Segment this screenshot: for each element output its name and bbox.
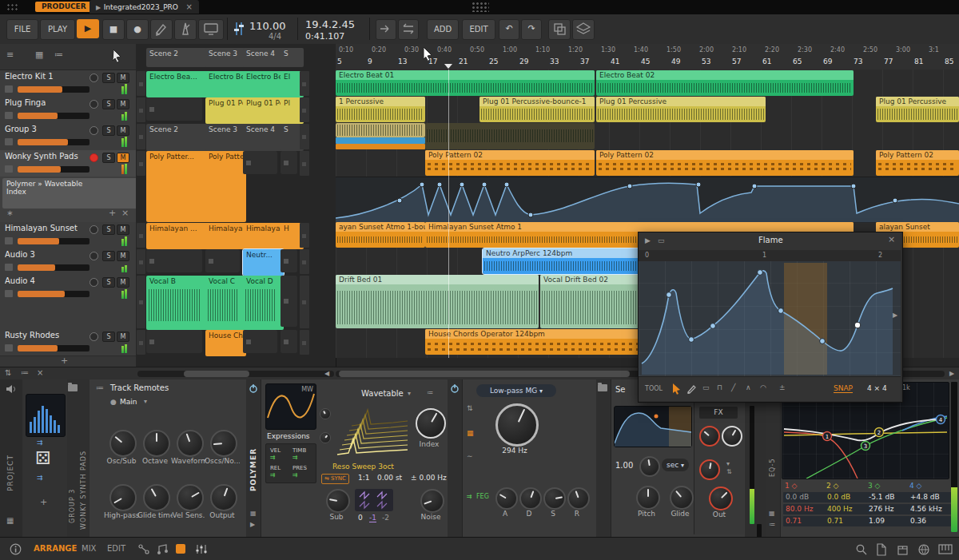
band-header[interactable]: 4 ◇ [909, 482, 922, 490]
flame-editor-panel[interactable]: ▶ ▭ Flame × 0 1 2 ▶ TOOL [638, 232, 903, 403]
empty-clip-slot[interactable] [281, 151, 297, 174]
scene-stop-cell[interactable] [300, 124, 309, 149]
polymer-grid-icon[interactable]: ▦ [250, 510, 257, 517]
arranger-clip[interactable]: Electro Beat 01 [336, 70, 595, 96]
probability-display[interactable] [26, 394, 66, 437]
wavetable-caret-icon[interactable]: ▾ [408, 391, 411, 397]
tab-close-icon[interactable]: × [185, 2, 192, 11]
arrange-tab[interactable]: ARRANGE [34, 544, 77, 553]
solo-button[interactable]: S [102, 153, 115, 163]
fx-knob-red2[interactable] [699, 459, 720, 480]
scene-stop-cell[interactable] [300, 97, 309, 122]
volume-fader[interactable] [18, 166, 90, 173]
wavetable-preset-name[interactable]: Reso Sweep 3oct [332, 463, 394, 471]
band-gain[interactable]: 0.0 dB [825, 492, 868, 502]
wavetable-display[interactable] [332, 403, 412, 463]
empty-clip-slot[interactable] [243, 330, 277, 353]
eq-point-4[interactable]: 4 [939, 417, 943, 423]
arranger-clip[interactable]: Poly Pattern 02 [596, 150, 854, 176]
envelope-time-knob[interactable] [639, 456, 660, 477]
fx-updown-icon[interactable]: ⇅ [726, 469, 732, 475]
eq5-lines-icon[interactable]: ≔ [769, 522, 775, 528]
solo-button[interactable]: S [102, 277, 115, 288]
package-icon[interactable] [897, 543, 909, 556]
feg-label[interactable]: FEG [476, 493, 489, 500]
edit-tab[interactable]: EDIT [107, 544, 125, 553]
fx-knob-white[interactable] [722, 426, 742, 447]
cutoff-knob[interactable] [495, 403, 539, 447]
octave-minus1[interactable]: -1 [369, 514, 376, 522]
band-header[interactable]: 1 ◇ [785, 482, 798, 490]
track-row[interactable]: Group 3 S M [0, 123, 136, 151]
curve-shape-icon[interactable]: ◠ [760, 384, 766, 391]
decay-knob[interactable] [519, 487, 542, 510]
scene-stop-cell[interactable] [300, 223, 309, 248]
add-device-icon[interactable]: + [109, 209, 116, 217]
arranger-clip[interactable]: Poly Pattern 02 [876, 150, 959, 176]
remote-knob-glide[interactable] [143, 484, 170, 511]
band-gain[interactable]: +4.8 dB [908, 492, 951, 502]
mute-button[interactable]: M [117, 153, 129, 163]
solo-button[interactable]: S [102, 251, 115, 261]
pointer-tool-icon[interactable] [110, 48, 123, 64]
wavetable-mini-knob[interactable] [320, 408, 331, 419]
clip-stop-button[interactable] [137, 97, 145, 122]
note-io-icon[interactable] [157, 543, 169, 555]
scene-header[interactable]: Scene 3 [205, 48, 246, 67]
octave-minus2[interactable]: -2 [382, 514, 389, 522]
metronome-button[interactable] [174, 19, 197, 40]
info-icon[interactable] [10, 543, 22, 555]
launcher-clip[interactable]: Himalayan ... [205, 223, 246, 249]
mixer-sliders-icon[interactable] [195, 543, 208, 555]
track-height-icon[interactable]: ⇅ [5, 369, 11, 377]
launcher-clip[interactable]: Himalayan ... [243, 223, 284, 249]
wavetable-mini-knob[interactable] [320, 432, 331, 443]
group-summary-clip[interactable] [425, 123, 595, 149]
band-gain[interactable]: -5.1 dB [866, 492, 909, 502]
flame-close-icon[interactable]: × [888, 235, 895, 244]
empty-clip-slot[interactable] [146, 97, 202, 121]
scene-stop-cell[interactable] [300, 71, 309, 96]
flame-graph-area[interactable]: ▶ [639, 261, 901, 376]
filter-updown-icon[interactable]: ⇅ [467, 405, 473, 412]
edit-button[interactable]: EDIT [462, 19, 495, 40]
launcher-clip-selected[interactable]: Neutr... [243, 249, 284, 276]
punch-in-button[interactable] [376, 19, 396, 40]
scene-stop-cell[interactable] [300, 249, 309, 274]
route-arrows-icon[interactable]: ⇉ [37, 439, 43, 447]
solo-button[interactable]: S [102, 99, 115, 109]
track-row[interactable]: Audio 4 S M [0, 275, 136, 330]
group-summary-clip[interactable] [336, 123, 425, 137]
play-menu-button[interactable]: PLAY [40, 19, 75, 40]
arranger-clip[interactable]: Electro Beat 02 [596, 70, 854, 96]
add-operator-icon[interactable]: + [40, 498, 47, 506]
arranger-clip[interactable]: Poly Pattern 02 [425, 150, 595, 176]
app-menu-icon[interactable] [6, 3, 18, 11]
empty-clip-slot[interactable] [281, 330, 297, 353]
pointer-tool-icon[interactable] [672, 383, 682, 395]
flame-ruler[interactable]: 0 1 2 [639, 250, 901, 262]
record-arm-button[interactable] [90, 278, 98, 287]
filter-mode-select[interactable]: Low-pass MG ▾ [476, 384, 556, 397]
volume-fader[interactable] [18, 264, 90, 271]
time-unit-select[interactable]: sec ▾ [662, 459, 689, 471]
launcher-clip[interactable]: Plug 01 Per... [205, 97, 246, 124]
band-q[interactable]: 0.36 [908, 516, 951, 526]
triangle-shape-icon[interactable]: ∧ [746, 384, 751, 391]
eq-point-2[interactable]: 2 [877, 430, 881, 436]
remote-knob-highpass[interactable] [109, 484, 137, 511]
band-freq[interactable]: 400 Hz [825, 504, 868, 514]
panel-grid-icon[interactable]: ▦ [6, 517, 14, 525]
remote-knob-osc-sub[interactable] [109, 430, 137, 457]
band-header[interactable]: 3 ◇ [868, 482, 881, 490]
track-row[interactable]: Audio 3 S M [0, 248, 136, 276]
undo-button[interactable]: ↶ [499, 19, 519, 40]
group-track-label[interactable]: GROUP 3 [69, 435, 76, 523]
record-arm-button[interactable] [90, 225, 98, 234]
time-signature[interactable]: 4/4 [269, 32, 281, 41]
track-row[interactable]: Himalayan Sunset S M [0, 222, 136, 249]
display-button[interactable] [198, 19, 224, 40]
solo-button[interactable]: S [102, 125, 115, 136]
scene-header[interactable]: Scene 4 [243, 48, 284, 67]
record-arm-button[interactable] [90, 332, 98, 341]
